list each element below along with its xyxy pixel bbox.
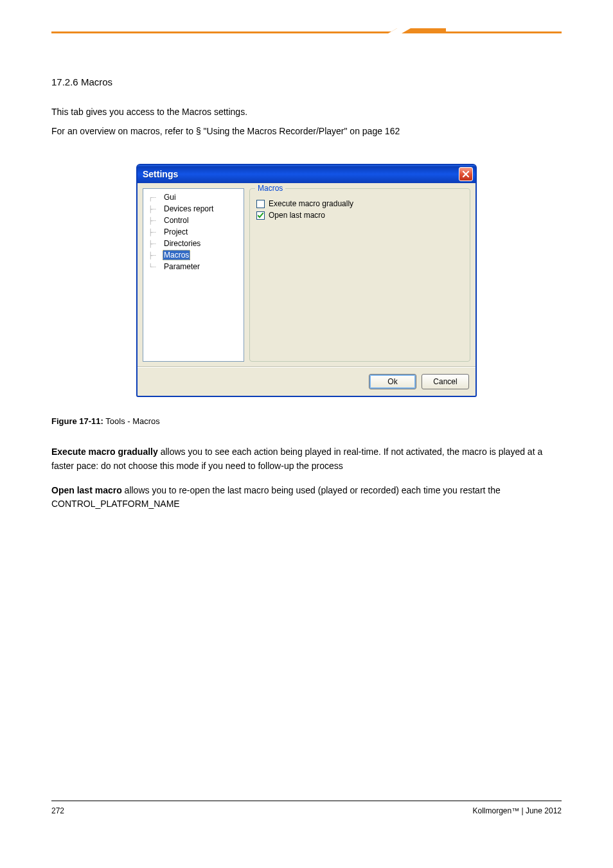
tree-branch-icon: ├┄ <box>148 217 160 224</box>
groupbox-title: Macros <box>255 184 285 193</box>
figure-text: Tools - Macros <box>105 416 160 426</box>
option-name-2: Open last macro <box>51 485 122 495</box>
tree-branch-icon: ├┄ <box>148 229 160 236</box>
tree-item-gui[interactable]: ┌┄ Gui <box>145 191 242 203</box>
section-heading: 17.2.6 Macros <box>51 76 562 87</box>
dialog-button-bar: Ok Cancel <box>138 367 475 396</box>
figure-area: Settings ┌┄ Gui ├┄ Devices report <box>51 164 562 397</box>
tree-branch-icon: ├┄ <box>148 252 160 259</box>
footer-right: Kollmorgen™ | June 2012 <box>472 806 562 815</box>
checkbox-execute-gradually[interactable] <box>256 200 265 208</box>
header-rule <box>51 31 562 38</box>
tree-item-directories[interactable]: ├┄ Directories <box>145 238 242 249</box>
option-name-1: Execute macro gradually <box>51 447 158 457</box>
dialog-titlebar[interactable]: Settings <box>138 165 475 183</box>
checkbox-open-last-macro-row[interactable]: Open last macro <box>256 211 463 220</box>
close-icon <box>462 170 470 178</box>
tree-branch-icon: ┌┄ <box>148 194 160 201</box>
cancel-button[interactable]: Cancel <box>422 374 469 389</box>
settings-panel: Macros Execute macro gradually Open last… <box>249 188 470 362</box>
tree-branch-icon: ├┄ <box>148 240 160 247</box>
intro-link[interactable]: § "Using the Macros Recorder/Player" on … <box>196 126 400 136</box>
checkbox-execute-gradually-row[interactable]: Execute macro gradually <box>256 199 463 208</box>
close-button[interactable] <box>459 167 473 181</box>
tree-branch-icon: ├┄ <box>148 206 160 213</box>
option-description-1: Execute macro gradually allows you to se… <box>51 445 562 473</box>
dialog-title: Settings <box>143 169 178 179</box>
figure-label: Figure 17-11: <box>51 416 103 426</box>
intro-text: This tab gives you access to the Macros … <box>51 105 562 138</box>
figure-caption: Figure 17-11: Tools - Macros <box>51 416 562 426</box>
checkbox-label: Open last macro <box>269 211 325 220</box>
tree-item-project[interactable]: ├┄ Project <box>145 226 242 238</box>
checkbox-open-last-macro[interactable] <box>256 211 265 220</box>
page-footer: 272 Kollmorgen™ | June 2012 <box>51 801 562 815</box>
intro-p2: For an overview on macros, refer to § "U… <box>51 125 562 139</box>
tree-branch-icon: └┄ <box>148 263 160 270</box>
settings-tree[interactable]: ┌┄ Gui ├┄ Devices report ├┄ Control ├┄ P… <box>143 188 244 362</box>
tree-item-control[interactable]: ├┄ Control <box>145 215 242 226</box>
tree-item-macros[interactable]: ├┄ Macros <box>145 249 242 261</box>
intro-p1: This tab gives you access to the Macros … <box>51 105 562 120</box>
tree-item-parameter[interactable]: └┄ Parameter <box>145 261 242 272</box>
macros-groupbox: Macros Execute macro gradually Open last… <box>249 188 470 362</box>
section-number: 17.2.6 <box>51 76 78 87</box>
ok-button[interactable]: Ok <box>369 374 416 389</box>
tree-item-devices-report[interactable]: ├┄ Devices report <box>145 203 242 215</box>
checkbox-label: Execute macro gradually <box>269 199 353 208</box>
settings-dialog: Settings ┌┄ Gui ├┄ Devices report <box>136 164 477 397</box>
section-title[interactable]: Macros <box>81 76 112 87</box>
option-description-2: Open last macro allows you to re-open th… <box>51 484 562 511</box>
footer-page-number: 272 <box>51 806 64 815</box>
